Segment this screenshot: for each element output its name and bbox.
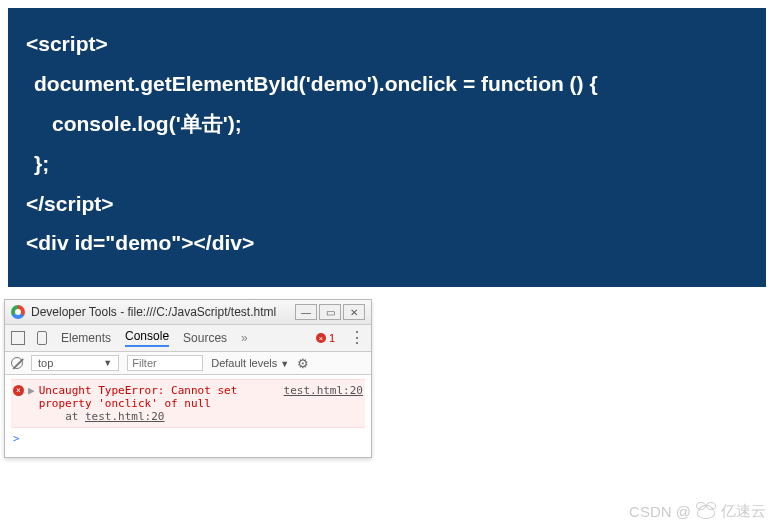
watermark: CSDN @ 亿速云 xyxy=(629,502,766,521)
log-level-selector[interactable]: Default levels ▼ xyxy=(211,357,289,369)
clear-console-icon[interactable] xyxy=(11,357,23,369)
stack-link[interactable]: test.html:20 xyxy=(85,410,164,423)
error-text: Uncaught TypeError: Cannot set xyxy=(39,384,276,397)
dock-icon[interactable] xyxy=(11,331,25,345)
maximize-button[interactable]: ▭ xyxy=(319,304,341,320)
expand-icon[interactable]: ▶ xyxy=(28,384,35,423)
filter-input[interactable] xyxy=(127,355,203,371)
tab-elements[interactable]: Elements xyxy=(61,331,111,345)
minimize-button[interactable]: — xyxy=(295,304,317,320)
code-line: <script> xyxy=(26,24,748,64)
error-count: 1 xyxy=(329,332,335,344)
chrome-icon xyxy=(11,305,25,319)
code-line: console.log('单击'); xyxy=(26,104,748,144)
gear-icon[interactable]: ⚙ xyxy=(297,356,309,371)
code-line: <div id="demo"></div> xyxy=(26,223,748,263)
error-badge[interactable]: × 1 xyxy=(316,332,335,344)
devtools-titlebar[interactable]: Developer Tools - file:///C:/JavaScript/… xyxy=(5,300,371,325)
tab-sources[interactable]: Sources xyxy=(183,331,227,345)
close-button[interactable]: ✕ xyxy=(343,304,365,320)
log-level-label: Default levels xyxy=(211,357,277,369)
console-filter-bar: top ▼ Default levels ▼ ⚙ xyxy=(5,352,371,375)
error-stack: at test.html:20 xyxy=(39,410,276,423)
context-selector[interactable]: top ▼ xyxy=(31,355,119,371)
cloud-icon xyxy=(697,505,715,519)
error-message: Uncaught TypeError: Cannot set property … xyxy=(39,384,276,423)
watermark-right: 亿速云 xyxy=(721,502,766,521)
code-line: </script> xyxy=(26,184,748,224)
code-line: }; xyxy=(26,144,748,184)
error-dot-icon: × xyxy=(316,333,326,343)
window-title: Developer Tools - file:///C:/JavaScript/… xyxy=(31,305,289,319)
devtools-window: Developer Tools - file:///C:/JavaScript/… xyxy=(4,299,372,458)
console-error-row[interactable]: × ▶ Uncaught TypeError: Cannot set prope… xyxy=(11,379,365,428)
error-icon: × xyxy=(13,385,24,396)
watermark-left: CSDN @ xyxy=(629,503,691,520)
kebab-menu-icon[interactable]: ⋮ xyxy=(349,330,365,346)
console-output: × ▶ Uncaught TypeError: Cannot set prope… xyxy=(5,375,371,457)
console-prompt[interactable]: > xyxy=(11,428,365,449)
error-text: property 'onclick' of null xyxy=(39,397,276,410)
error-source-link[interactable]: test.html:20 xyxy=(276,384,363,423)
code-block: <script> document.getElementById('demo')… xyxy=(8,8,766,287)
tab-console[interactable]: Console xyxy=(125,329,169,347)
chevron-down-icon: ▼ xyxy=(280,359,289,369)
context-label: top xyxy=(38,357,53,369)
code-line: document.getElementById('demo').onclick … xyxy=(26,64,748,104)
devtools-tabs: Elements Console Sources » × 1 ⋮ xyxy=(5,325,371,352)
window-controls: — ▭ ✕ xyxy=(295,304,365,320)
device-toggle-icon[interactable] xyxy=(37,331,47,345)
more-tabs-icon[interactable]: » xyxy=(241,331,248,345)
chevron-down-icon: ▼ xyxy=(103,358,112,368)
